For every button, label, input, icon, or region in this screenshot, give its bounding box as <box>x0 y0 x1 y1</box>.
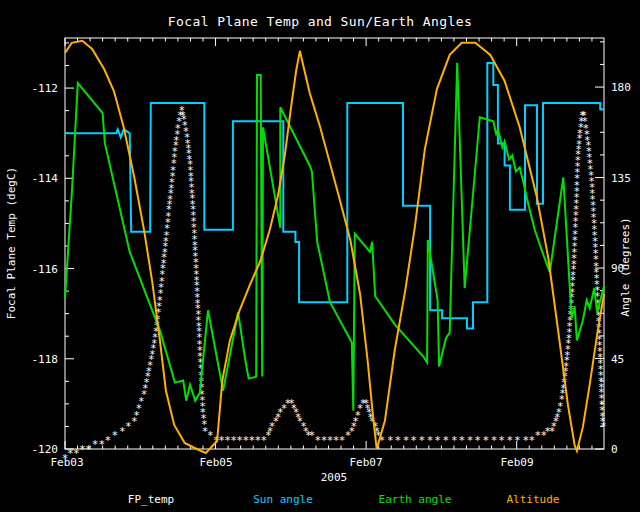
x-axis-year-label: 2005 <box>321 471 348 484</box>
y-right-tick-label: 180 <box>611 81 631 94</box>
legend-item-altitude: Altitude <box>507 493 560 506</box>
legend-item-earth-angle: Earth angle <box>379 493 452 506</box>
svg-text:*: * <box>482 434 489 447</box>
svg-text:*: * <box>507 434 514 447</box>
svg-text:*: * <box>410 434 417 447</box>
svg-text:*: * <box>111 429 118 442</box>
svg-text:*: * <box>427 434 434 447</box>
chart-title: Focal Plane Temp and Sun/Earth Angles <box>168 14 472 29</box>
svg-text:*: * <box>467 434 474 447</box>
series-sun-angle <box>65 63 604 329</box>
svg-text:*: * <box>443 434 450 447</box>
y-left-tick-label: -112 <box>32 82 59 95</box>
y-left-tick-label: -114 <box>32 172 59 185</box>
svg-text:*: * <box>434 434 441 447</box>
x-tick-label-feb05: Feb05 <box>199 456 232 469</box>
legend-item-fp-temp: FP_temp <box>128 493 174 506</box>
svg-text:*: * <box>451 434 458 447</box>
svg-text:*: * <box>474 434 481 447</box>
chart-canvas: Focal Plane Temp and Sun/Earth Angles -1… <box>0 0 640 512</box>
x-tick-label-feb07: Feb07 <box>349 456 382 469</box>
y-right-tick-label: 135 <box>611 172 631 185</box>
y-left-tick-label: -120 <box>32 443 59 456</box>
plot-window: Focal Plane Temp and Sun/Earth Angles -1… <box>0 0 640 512</box>
y-right-tick-label: 0 <box>611 443 618 456</box>
svg-text:*: * <box>387 434 394 447</box>
y-left-tick-label: -118 <box>32 353 59 366</box>
y-left-axis-title: Focal Plane Temp (degC) <box>5 167 18 319</box>
legend-item-sun-angle: Sun angle <box>253 493 313 506</box>
svg-text:*: * <box>491 434 498 447</box>
svg-text:*: * <box>403 434 410 447</box>
y-right-axis-title: Angle (degrees) <box>619 217 632 316</box>
x-tick-label-feb09: Feb09 <box>500 456 533 469</box>
series-layer: ****************************************… <box>62 41 607 465</box>
svg-text:*: * <box>600 420 607 433</box>
svg-text:*: * <box>85 443 92 456</box>
legend: FP_temp Sun angle Earth angle Altitude <box>128 493 560 506</box>
svg-text:*: * <box>394 434 401 447</box>
svg-text:*: * <box>514 434 521 447</box>
y-left-tick-label: -116 <box>32 263 59 276</box>
svg-text:*: * <box>92 438 99 451</box>
y-right-tick-label: 45 <box>611 353 624 366</box>
svg-text:*: * <box>418 434 425 447</box>
svg-text:*: * <box>458 434 465 447</box>
svg-text:*: * <box>105 434 112 447</box>
svg-text:*: * <box>498 434 505 447</box>
x-tick-label-feb03: Feb03 <box>50 456 83 469</box>
